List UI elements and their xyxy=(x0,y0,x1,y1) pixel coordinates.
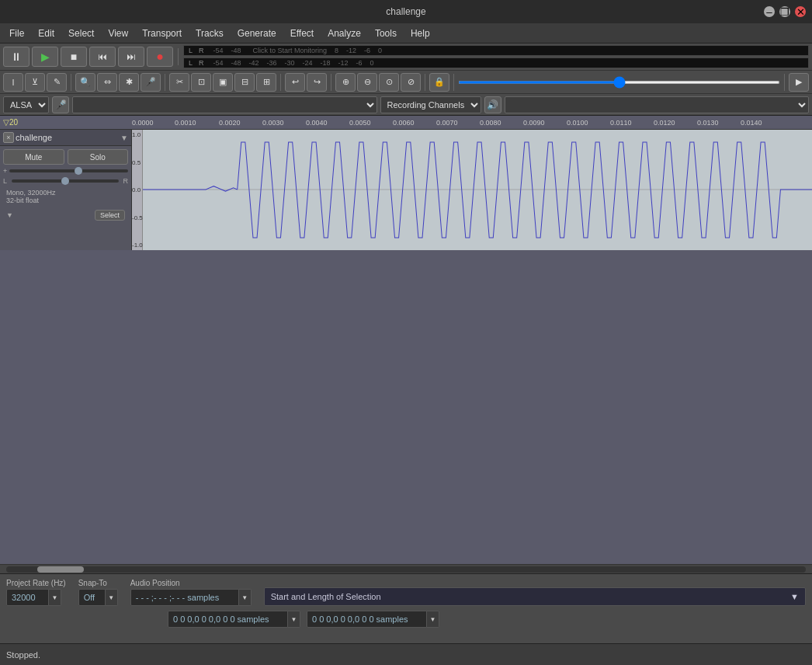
tool-zoom-sel[interactable]: ⊕ xyxy=(335,73,356,92)
menu-file[interactable]: File xyxy=(3,26,30,40)
sep-5 xyxy=(331,74,331,91)
skip-end-button[interactable]: ⏭ xyxy=(118,47,144,67)
audio-position-control: - - - ;- - - ;- - - samples ▼ xyxy=(130,589,252,606)
sep-8 xyxy=(784,74,785,91)
menu-analyze[interactable]: Analyze xyxy=(321,26,367,40)
statusbar: Stopped. xyxy=(0,643,812,665)
horizontal-scrollbar[interactable] xyxy=(6,566,806,573)
output-volume-button[interactable]: 🔊 xyxy=(484,96,501,113)
mic-input-button[interactable]: 🎤 xyxy=(52,96,69,113)
gain-slider[interactable] xyxy=(9,169,128,172)
tool-zoom-tog[interactable]: ⊘ xyxy=(401,73,421,92)
project-rate-value[interactable]: 32000 xyxy=(6,589,49,606)
project-rate-dropdown-button[interactable]: ▼ xyxy=(49,589,61,606)
close-button[interactable]: ✕ xyxy=(795,6,806,17)
menu-effect[interactable]: Effect xyxy=(284,26,320,40)
playback-speed-slider[interactable] xyxy=(458,81,780,84)
tool-zoom-fit2[interactable]: ⊙ xyxy=(379,73,399,92)
window-controls: – ❐ ✕ xyxy=(764,6,806,17)
menu-generate[interactable]: Generate xyxy=(231,26,283,40)
stop-button[interactable]: ■ xyxy=(61,47,87,67)
tool-trim2[interactable]: ⊞ xyxy=(256,73,276,92)
tool-zoom-fit[interactable]: ⇔ xyxy=(97,73,117,92)
tool-mic[interactable]: 🎤 xyxy=(141,73,161,92)
menu-transport[interactable]: Transport xyxy=(136,26,188,40)
tool-paste[interactable]: ▣ xyxy=(213,73,233,92)
y-label-2: 0.5 xyxy=(132,159,142,166)
track-arrow[interactable]: ▼ xyxy=(120,134,128,142)
tool-zoom-in[interactable]: 🔍 xyxy=(75,73,95,92)
tool-envelope[interactable]: ⊻ xyxy=(25,73,45,92)
input-device-select[interactable] xyxy=(72,96,377,113)
selection-type-dropdown[interactable]: Start and Length of Selection ▼ xyxy=(264,587,806,606)
mute-button[interactable]: Mute xyxy=(3,149,64,165)
bottom-row-1: Project Rate (Hz) 32000 ▼ Snap-To Off ▼ … xyxy=(6,579,806,606)
output-device-select[interactable] xyxy=(505,96,810,113)
track-info-line2: 32-bit float xyxy=(6,197,125,204)
bottom-row-2: 0 0 0,0 0 0,0 0 0 samples ▼ 0 0 0,0 0 0,… xyxy=(6,611,806,628)
scrollbar-thumb[interactable] xyxy=(37,566,84,573)
menu-tracks[interactable]: Tracks xyxy=(189,26,230,40)
y-label-3: 0.0 xyxy=(132,186,142,193)
sep-2 xyxy=(71,74,71,91)
snap-to-control: Off ▼ xyxy=(78,589,118,606)
minimize-button[interactable]: – xyxy=(764,6,775,17)
menu-edit[interactable]: Edit xyxy=(32,26,61,40)
track-collapse-button[interactable]: ▼ xyxy=(6,211,13,219)
audio-position-value[interactable]: - - - ;- - - ;- - - samples xyxy=(130,589,239,606)
tool-trim1[interactable]: ⊟ xyxy=(234,73,255,92)
track-close-button[interactable]: × xyxy=(3,132,14,143)
menu-tools[interactable]: Tools xyxy=(369,26,403,40)
pan-row: L R xyxy=(3,177,128,185)
snap-to-value[interactable]: Off xyxy=(78,589,106,606)
menu-help[interactable]: Help xyxy=(404,26,436,40)
selection-end-dropdown-button[interactable]: ▼ xyxy=(427,611,439,628)
tool-zoom-out[interactable]: ⊖ xyxy=(357,73,377,92)
toolbar-row-2: I ⊻ ✎ 🔍 ⇔ ✱ 🎤 ✂ ⊡ ▣ ⊟ ⊞ ↩ ↪ ⊕ ⊖ ⊙ ⊘ 🔒 ▶ xyxy=(0,71,812,94)
sep-6 xyxy=(425,74,425,91)
audio-position-dropdown-button[interactable]: ▼ xyxy=(239,589,252,606)
play-button[interactable]: ▶ xyxy=(32,47,58,67)
vu-record-l: L xyxy=(189,47,193,54)
snap-to-group: Snap-To Off ▼ xyxy=(78,579,118,606)
tool-draw[interactable]: ✎ xyxy=(47,73,67,92)
audio-host-select[interactable]: ALSA xyxy=(3,96,49,113)
tool-redo[interactable]: ↪ xyxy=(307,73,327,92)
track-select-button[interactable]: Select xyxy=(95,210,125,221)
restore-button[interactable]: ❐ xyxy=(779,6,790,17)
menu-select[interactable]: Select xyxy=(62,26,100,40)
gain-row: + xyxy=(3,167,128,175)
selection-start-value[interactable]: 0 0 0,0 0 0,0 0 0 samples xyxy=(168,611,288,628)
y-label-1: 1.0 xyxy=(132,131,142,138)
recording-channels-select[interactable]: Recording Channels xyxy=(380,96,481,113)
tool-copy[interactable]: ⊡ xyxy=(191,73,211,92)
menu-view[interactable]: View xyxy=(102,26,134,40)
title-text: challenge xyxy=(386,6,425,17)
pause-button[interactable]: ⏸ xyxy=(3,47,29,67)
tool-lock[interactable]: 🔒 xyxy=(429,73,449,92)
sep-4 xyxy=(280,74,281,91)
pan-thumb xyxy=(61,177,69,185)
empty-area xyxy=(0,250,812,564)
vu-playback-r: R xyxy=(199,59,204,67)
solo-button[interactable]: Solo xyxy=(68,149,129,165)
tool-cut[interactable]: ✂ xyxy=(169,73,189,92)
selection-start-dropdown-button[interactable]: ▼ xyxy=(288,611,300,628)
snap-to-dropdown-button[interactable]: ▼ xyxy=(106,589,118,606)
tool-selection[interactable]: I xyxy=(3,73,23,92)
tool-undo[interactable]: ↩ xyxy=(285,73,305,92)
record-button[interactable]: ● xyxy=(147,47,173,67)
tool-play-sel[interactable]: ▶ xyxy=(789,73,809,92)
tool-multi[interactable]: ✱ xyxy=(119,73,139,92)
waveform-container[interactable]: 1.0 0.5 0.0 -0.5 -1.0 xyxy=(132,130,812,250)
selection-end-value[interactable]: 0 0 0,0 0 0,0 0 0 samples xyxy=(307,611,427,628)
track-info-line1: Mono, 32000Hz xyxy=(6,189,125,197)
menubar: File Edit Select View Transport Tracks G… xyxy=(0,23,812,44)
y-axis-labels: 1.0 0.5 0.0 -0.5 -1.0 xyxy=(132,130,143,250)
vu-playback-row: L R -54 -48 -42 -36 -30 -24 -18 -12 -6 0 xyxy=(183,57,809,68)
skip-start-button[interactable]: ⏮ xyxy=(89,47,116,67)
pan-slider[interactable] xyxy=(12,179,118,183)
audio-position-label: Audio Position xyxy=(130,579,252,587)
waveform-svg xyxy=(143,130,812,250)
project-rate-group: Project Rate (Hz) 32000 ▼ xyxy=(6,579,66,606)
